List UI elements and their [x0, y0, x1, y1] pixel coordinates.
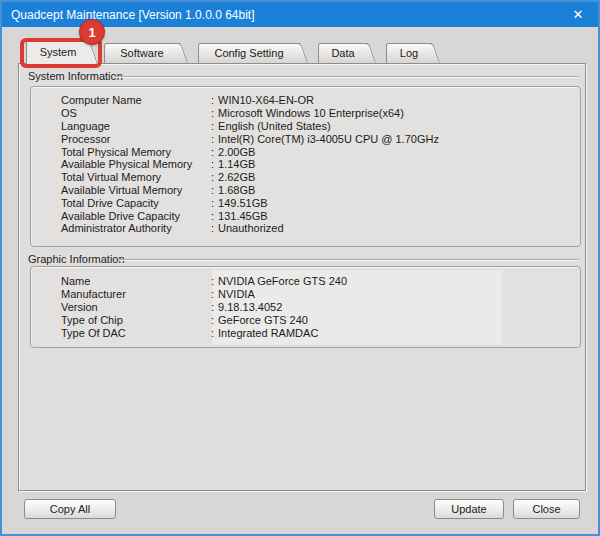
tab-data-label: Data	[331, 47, 354, 60]
info-row-label: Total Physical Memory	[61, 146, 211, 158]
tab-log-label: Log	[400, 47, 418, 60]
info-row: Language : English (United States)	[61, 120, 580, 133]
info-row-label: Version	[61, 301, 211, 313]
tab-system[interactable]: System	[26, 40, 90, 64]
info-row-label: OS	[61, 107, 211, 119]
tab-software-label: Software	[120, 47, 163, 60]
info-row-separator: :	[211, 301, 214, 313]
info-row-label: Computer Name	[61, 94, 211, 106]
info-row: OS : Microsoft Windows 10 Enterprise(x64…	[61, 107, 580, 120]
info-row-value: 2.00GB	[218, 146, 255, 158]
info-row-separator: :	[211, 133, 214, 145]
info-row-label: Total Virtual Memory	[61, 171, 211, 183]
info-row-value: 149.51GB	[218, 197, 268, 209]
info-row-separator: :	[211, 184, 214, 196]
info-row-value: Integrated RAMDAC	[218, 327, 318, 339]
graphic-information-title: Graphic Information	[28, 253, 125, 265]
info-row-value: Unauthorized	[218, 222, 283, 234]
tab-system-label: System	[40, 46, 77, 59]
info-row-label: Available Physical Memory	[61, 158, 211, 170]
info-row-label: Total Drive Capacity	[61, 197, 211, 209]
info-row: Total Physical Memory : 2.00GB	[61, 145, 580, 158]
info-row-value: WIN10-X64-EN-OR	[218, 94, 314, 106]
title-bar: Quadcept Maintenance [Version 1.0.0.0 64…	[2, 2, 598, 27]
window-title: Quadcept Maintenance [Version 1.0.0.0 64…	[2, 8, 255, 22]
info-row-label: Language	[61, 120, 211, 132]
info-row-separator: :	[211, 171, 214, 183]
info-row-separator: :	[211, 314, 214, 326]
copy-all-button[interactable]: Copy All	[24, 499, 116, 519]
info-row-separator: :	[211, 222, 214, 234]
info-row-value: GeForce GTS 240	[218, 314, 308, 326]
system-information-title: System Information	[28, 70, 123, 82]
tab-software[interactable]: Software	[104, 43, 180, 63]
info-row-value: 1.68GB	[218, 184, 255, 196]
info-row-separator: :	[211, 327, 214, 339]
info-row: Processor : Intel(R) Core(TM) i3-4005U C…	[61, 132, 580, 145]
system-information-panel: Computer Name : WIN10-X64-EN-OR OS : Mic…	[30, 86, 581, 247]
update-button[interactable]: Update	[434, 499, 504, 519]
info-row-separator: :	[211, 210, 214, 222]
system-information-rule	[115, 76, 579, 77]
info-row-separator: :	[211, 120, 214, 132]
info-row-value: Microsoft Windows 10 Enterprise(x64)	[218, 107, 404, 119]
info-row: Manufacturer : NVIDIA	[61, 288, 580, 301]
info-row-label: Type of Chip	[61, 314, 211, 326]
info-row-separator: :	[211, 158, 214, 170]
info-row: Administrator Authority : Unauthorized	[61, 222, 580, 235]
info-row: Total Virtual Memory : 2.62GB	[61, 171, 580, 184]
info-row-label: Name	[61, 275, 211, 287]
info-row-label: Administrator Authority	[61, 222, 211, 234]
info-row-separator: :	[211, 94, 214, 106]
info-row-label: Processor	[61, 133, 211, 145]
system-tab-page: System Information Computer Name : WIN10…	[18, 63, 586, 491]
close-button[interactable]: Close	[513, 499, 580, 519]
info-row-separator: :	[211, 146, 214, 158]
info-row-separator: :	[211, 288, 214, 300]
info-row: Total Drive Capacity : 149.51GB	[61, 196, 580, 209]
info-row-separator: :	[211, 275, 214, 287]
info-row: Version : 9.18.13.4052	[61, 301, 580, 314]
info-row: Available Physical Memory : 1.14GB	[61, 158, 580, 171]
graphic-information-panel: Name : NVIDIA GeForce GTS 240 Manufactur…	[30, 266, 581, 348]
info-row: Available Drive Capacity : 131.45GB	[61, 209, 580, 222]
info-row-value: 9.18.13.4052	[218, 301, 282, 313]
info-row-label: Available Drive Capacity	[61, 210, 211, 222]
tab-config-setting-label: Config Setting	[214, 47, 283, 60]
info-row-separator: :	[211, 197, 214, 209]
maintenance-dialog: Quadcept Maintenance [Version 1.0.0.0 64…	[0, 0, 600, 536]
info-row: Name : NVIDIA GeForce GTS 240	[61, 275, 580, 288]
info-row-value: NVIDIA	[218, 288, 255, 300]
close-icon[interactable]: ✕	[562, 2, 594, 27]
info-row-value: English (United States)	[218, 120, 331, 132]
info-row-label: Available Virtual Memory	[61, 184, 211, 196]
info-row-value: NVIDIA GeForce GTS 240	[218, 275, 347, 287]
info-row-label: Type Of DAC	[61, 327, 211, 339]
info-row: Available Virtual Memory : 1.68GB	[61, 184, 580, 197]
info-row-value: 2.62GB	[218, 171, 255, 183]
info-row-value: 1.14GB	[218, 158, 255, 170]
info-row-separator: :	[211, 107, 214, 119]
info-row-label: Manufacturer	[61, 288, 211, 300]
info-row-value: Intel(R) Core(TM) i3-4005U CPU @ 1.70GHz	[218, 133, 439, 145]
info-row: Computer Name : WIN10-X64-EN-OR	[61, 94, 580, 107]
tab-config-setting[interactable]: Config Setting	[198, 43, 300, 63]
info-row-value: 131.45GB	[218, 210, 268, 222]
graphic-information-rule	[119, 259, 579, 260]
tab-log[interactable]: Log	[386, 43, 432, 63]
info-row: Type Of DAC : Integrated RAMDAC	[61, 326, 580, 339]
info-row: Type of Chip : GeForce GTS 240	[61, 313, 580, 326]
tab-data[interactable]: Data	[318, 43, 368, 63]
